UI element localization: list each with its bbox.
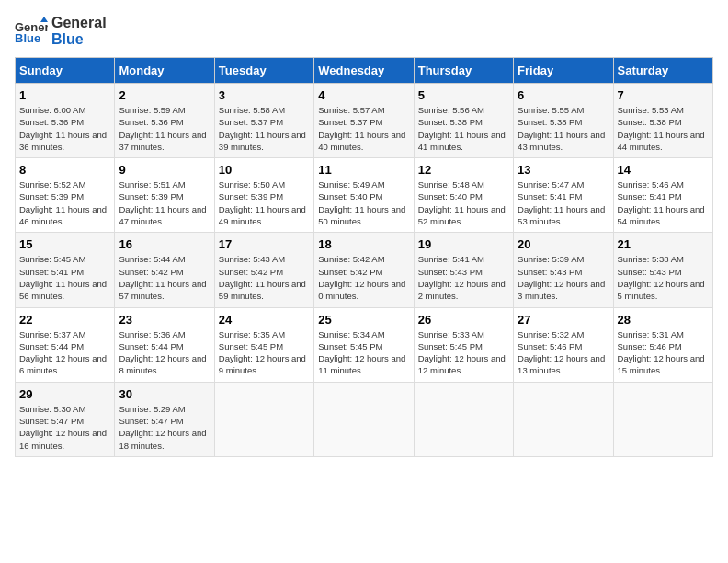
day-number: 23 bbox=[119, 313, 210, 327]
weekday-header-wednesday: Wednesday bbox=[314, 58, 414, 84]
page-header: General Blue General Blue bbox=[15, 15, 713, 48]
day-info: Sunrise: 5:34 AMSunset: 5:45 PMDaylight:… bbox=[318, 328, 409, 377]
day-info: Sunrise: 5:51 AMSunset: 5:39 PMDaylight:… bbox=[119, 178, 210, 227]
day-number: 22 bbox=[19, 313, 110, 327]
calendar-cell: 5 Sunrise: 5:56 AMSunset: 5:38 PMDayligh… bbox=[414, 84, 513, 158]
day-number: 16 bbox=[119, 237, 210, 251]
day-number: 3 bbox=[219, 88, 310, 102]
logo: General Blue General Blue bbox=[15, 15, 107, 48]
calendar-cell: 3 Sunrise: 5:58 AMSunset: 5:37 PMDayligh… bbox=[214, 84, 313, 158]
weekday-header-saturday: Saturday bbox=[613, 58, 712, 84]
day-info: Sunrise: 6:00 AMSunset: 5:36 PMDaylight:… bbox=[19, 104, 110, 153]
day-info: Sunrise: 5:49 AMSunset: 5:40 PMDaylight:… bbox=[318, 178, 409, 227]
day-number: 1 bbox=[19, 88, 110, 102]
calendar-cell: 9 Sunrise: 5:51 AMSunset: 5:39 PMDayligh… bbox=[115, 158, 214, 233]
calendar-cell: 8 Sunrise: 5:52 AMSunset: 5:39 PMDayligh… bbox=[16, 158, 115, 233]
day-info: Sunrise: 5:29 AMSunset: 5:47 PMDaylight:… bbox=[119, 403, 210, 452]
calendar-cell: 14 Sunrise: 5:46 AMSunset: 5:41 PMDaylig… bbox=[613, 158, 712, 233]
day-number: 14 bbox=[618, 163, 709, 177]
calendar-cell bbox=[214, 382, 313, 456]
logo-text: General bbox=[51, 15, 107, 31]
day-number: 24 bbox=[219, 313, 310, 327]
day-info: Sunrise: 5:59 AMSunset: 5:36 PMDaylight:… bbox=[119, 104, 210, 153]
day-info: Sunrise: 5:47 AMSunset: 5:41 PMDaylight:… bbox=[518, 178, 609, 227]
calendar-cell: 25 Sunrise: 5:34 AMSunset: 5:45 PMDaylig… bbox=[314, 307, 414, 382]
day-info: Sunrise: 5:52 AMSunset: 5:39 PMDaylight:… bbox=[19, 178, 110, 227]
day-number: 21 bbox=[618, 237, 709, 251]
day-info: Sunrise: 5:42 AMSunset: 5:42 PMDaylight:… bbox=[318, 253, 409, 302]
calendar-cell: 20 Sunrise: 5:39 AMSunset: 5:43 PMDaylig… bbox=[514, 233, 613, 307]
day-number: 18 bbox=[318, 237, 409, 251]
day-number: 19 bbox=[418, 237, 509, 251]
day-number: 28 bbox=[618, 313, 709, 327]
day-info: Sunrise: 5:41 AMSunset: 5:43 PMDaylight:… bbox=[418, 253, 509, 302]
weekday-header-tuesday: Tuesday bbox=[214, 58, 313, 84]
day-info: Sunrise: 5:58 AMSunset: 5:37 PMDaylight:… bbox=[219, 104, 310, 153]
calendar-cell: 22 Sunrise: 5:37 AMSunset: 5:44 PMDaylig… bbox=[16, 307, 115, 382]
day-info: Sunrise: 5:46 AMSunset: 5:41 PMDaylight:… bbox=[618, 178, 709, 227]
calendar-table: SundayMondayTuesdayWednesdayThursdayFrid… bbox=[15, 57, 713, 457]
day-number: 10 bbox=[219, 163, 310, 177]
calendar-cell: 19 Sunrise: 5:41 AMSunset: 5:43 PMDaylig… bbox=[414, 233, 513, 307]
calendar-cell bbox=[514, 382, 613, 456]
day-info: Sunrise: 5:33 AMSunset: 5:45 PMDaylight:… bbox=[418, 328, 509, 377]
day-info: Sunrise: 5:36 AMSunset: 5:44 PMDaylight:… bbox=[119, 328, 210, 377]
weekday-header-sunday: Sunday bbox=[16, 58, 115, 84]
day-number: 4 bbox=[318, 88, 409, 102]
calendar-cell: 10 Sunrise: 5:50 AMSunset: 5:39 PMDaylig… bbox=[214, 158, 313, 233]
svg-marker-2 bbox=[40, 17, 48, 22]
calendar-cell: 16 Sunrise: 5:44 AMSunset: 5:42 PMDaylig… bbox=[115, 233, 214, 307]
day-number: 26 bbox=[418, 313, 509, 327]
day-number: 12 bbox=[418, 163, 509, 177]
day-info: Sunrise: 5:55 AMSunset: 5:38 PMDaylight:… bbox=[518, 104, 609, 153]
day-info: Sunrise: 5:53 AMSunset: 5:38 PMDaylight:… bbox=[618, 104, 709, 153]
calendar-cell: 29 Sunrise: 5:30 AMSunset: 5:47 PMDaylig… bbox=[16, 382, 115, 456]
day-info: Sunrise: 5:48 AMSunset: 5:40 PMDaylight:… bbox=[418, 178, 509, 227]
weekday-header-thursday: Thursday bbox=[414, 58, 513, 84]
day-info: Sunrise: 5:38 AMSunset: 5:43 PMDaylight:… bbox=[618, 253, 709, 302]
logo-text-blue: Blue bbox=[51, 31, 107, 48]
weekday-header-monday: Monday bbox=[115, 58, 214, 84]
day-number: 8 bbox=[19, 163, 110, 177]
calendar-cell: 23 Sunrise: 5:36 AMSunset: 5:44 PMDaylig… bbox=[115, 307, 214, 382]
calendar-cell bbox=[613, 382, 712, 456]
day-number: 6 bbox=[518, 88, 609, 102]
day-info: Sunrise: 5:56 AMSunset: 5:38 PMDaylight:… bbox=[418, 104, 509, 153]
calendar-cell: 26 Sunrise: 5:33 AMSunset: 5:45 PMDaylig… bbox=[414, 307, 513, 382]
logo-icon: General Blue bbox=[15, 15, 48, 48]
calendar-cell: 28 Sunrise: 5:31 AMSunset: 5:46 PMDaylig… bbox=[613, 307, 712, 382]
day-info: Sunrise: 5:30 AMSunset: 5:47 PMDaylight:… bbox=[19, 403, 110, 452]
calendar-cell: 17 Sunrise: 5:43 AMSunset: 5:42 PMDaylig… bbox=[214, 233, 313, 307]
calendar-cell: 15 Sunrise: 5:45 AMSunset: 5:41 PMDaylig… bbox=[16, 233, 115, 307]
calendar-cell: 6 Sunrise: 5:55 AMSunset: 5:38 PMDayligh… bbox=[514, 84, 613, 158]
calendar-cell: 21 Sunrise: 5:38 AMSunset: 5:43 PMDaylig… bbox=[613, 233, 712, 307]
day-info: Sunrise: 5:45 AMSunset: 5:41 PMDaylight:… bbox=[19, 253, 110, 302]
calendar-cell: 18 Sunrise: 5:42 AMSunset: 5:42 PMDaylig… bbox=[314, 233, 414, 307]
day-number: 27 bbox=[518, 313, 609, 327]
calendar-cell bbox=[414, 382, 513, 456]
calendar-cell: 27 Sunrise: 5:32 AMSunset: 5:46 PMDaylig… bbox=[514, 307, 613, 382]
weekday-header-friday: Friday bbox=[514, 58, 613, 84]
calendar-cell: 11 Sunrise: 5:49 AMSunset: 5:40 PMDaylig… bbox=[314, 158, 414, 233]
day-number: 17 bbox=[219, 237, 310, 251]
calendar-cell: 7 Sunrise: 5:53 AMSunset: 5:38 PMDayligh… bbox=[613, 84, 712, 158]
day-number: 7 bbox=[618, 88, 709, 102]
day-info: Sunrise: 5:44 AMSunset: 5:42 PMDaylight:… bbox=[119, 253, 210, 302]
day-number: 30 bbox=[119, 387, 210, 401]
day-number: 11 bbox=[318, 163, 409, 177]
day-info: Sunrise: 5:43 AMSunset: 5:42 PMDaylight:… bbox=[219, 253, 310, 302]
day-info: Sunrise: 5:32 AMSunset: 5:46 PMDaylight:… bbox=[518, 328, 609, 377]
calendar-cell: 24 Sunrise: 5:35 AMSunset: 5:45 PMDaylig… bbox=[214, 307, 313, 382]
day-number: 15 bbox=[19, 237, 110, 251]
calendar-cell: 13 Sunrise: 5:47 AMSunset: 5:41 PMDaylig… bbox=[514, 158, 613, 233]
day-number: 13 bbox=[518, 163, 609, 177]
day-number: 5 bbox=[418, 88, 509, 102]
calendar-cell: 12 Sunrise: 5:48 AMSunset: 5:40 PMDaylig… bbox=[414, 158, 513, 233]
calendar-cell bbox=[314, 382, 414, 456]
day-number: 9 bbox=[119, 163, 210, 177]
calendar-cell: 30 Sunrise: 5:29 AMSunset: 5:47 PMDaylig… bbox=[115, 382, 214, 456]
day-number: 20 bbox=[518, 237, 609, 251]
day-number: 25 bbox=[318, 313, 409, 327]
day-info: Sunrise: 5:37 AMSunset: 5:44 PMDaylight:… bbox=[19, 328, 110, 377]
day-info: Sunrise: 5:31 AMSunset: 5:46 PMDaylight:… bbox=[618, 328, 709, 377]
